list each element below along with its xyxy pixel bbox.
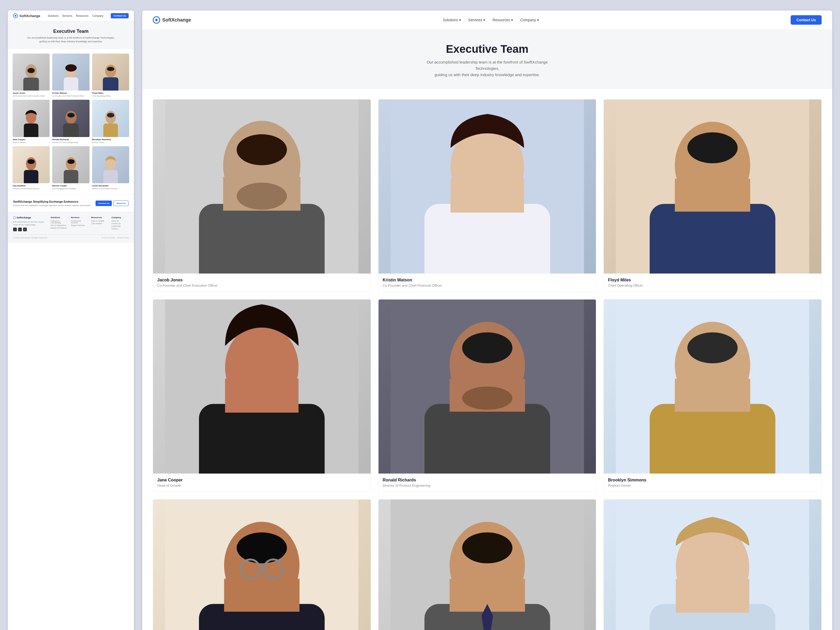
- footer-link-support[interactable]: Support Services: [71, 224, 88, 226]
- member-info-jane-right: Jane Cooper Head of Growth: [153, 474, 371, 492]
- member-title-brooklyn-left: Product Owner: [92, 141, 129, 144]
- member-info-ronald-right: Ronald Richards Director of Product Engi…: [379, 474, 596, 492]
- footer-link-professional[interactable]: Professional Services: [71, 220, 88, 224]
- logo-icon-right: [153, 16, 160, 24]
- svg-rect-28: [199, 204, 325, 273]
- member-card-guy-right[interactable]: Guy Hawkins Director of Professional Ser…: [153, 499, 371, 630]
- twitter-icon[interactable]: t: [18, 227, 22, 231]
- nav-services-right[interactable]: Services▾: [468, 18, 485, 22]
- linkedin-icon[interactable]: in: [23, 227, 27, 231]
- member-card-floyd-right[interactable]: Floyd Miles Chief Operating Officer: [603, 99, 822, 292]
- member-info-jacob-right: Jacob Jones Co-Founder and Chief Executi…: [153, 273, 371, 292]
- nav-resources-left[interactable]: Resources: [76, 14, 88, 17]
- hero-desc-right: Our accomplished leadership team is at t…: [424, 59, 550, 78]
- member-title-jane-left: Head of Growth: [13, 141, 50, 144]
- member-card-brooklyn-right[interactable]: Brooklyn Simmons Product Owner: [603, 299, 822, 492]
- member-photo-jane-left: [13, 100, 50, 137]
- member-card-bessie-right[interactable]: Bessie Cooper Client Engagement Manager: [378, 499, 597, 630]
- member-photo-jane-right: [153, 300, 371, 474]
- footer-solutions-heading: Solutions: [51, 216, 68, 219]
- member-title-guy-left: Director of Professional Services: [13, 188, 50, 190]
- facebook-icon[interactable]: f: [13, 227, 17, 231]
- member-card-ronald-right[interactable]: Ronald Richards Director of Product Engi…: [378, 299, 597, 492]
- terms-link[interactable]: Terms of Service: [101, 237, 115, 238]
- right-panel: SoftXchange Solutions▾ Services▾ Resourc…: [142, 11, 832, 630]
- svg-rect-7: [103, 77, 118, 90]
- footer-left: SoftXchange 603 Summit Avenue, 4th Floor…: [8, 212, 134, 243]
- member-card-leslie-left[interactable]: Leslie Alexander Director of Information…: [92, 146, 129, 190]
- member-card-kristin-left[interactable]: Kristin Watson Co-Founder and Chief Fina…: [52, 54, 89, 97]
- svg-rect-15: [103, 124, 118, 137]
- member-card-jane-left[interactable]: Jane Cooper Head of Growth: [13, 100, 50, 143]
- svg-point-65: [462, 532, 512, 563]
- nav-right: SoftXchange Solutions▾ Services▾ Resourc…: [142, 11, 832, 30]
- svg-point-57: [237, 532, 287, 563]
- footer-link-contact[interactable]: Contact Us: [112, 223, 129, 224]
- footer-brand: SoftXchange 603 Summit Avenue, 4th Floor…: [13, 216, 47, 231]
- member-photo-leslie-right: [604, 499, 821, 630]
- member-title-floyd-right: Chief Operating Officer: [608, 284, 817, 287]
- cta-contact-button-left[interactable]: Contact Us: [96, 201, 112, 206]
- nav-solutions-right[interactable]: Solutions▾: [443, 18, 461, 22]
- svg-rect-39: [675, 179, 750, 212]
- member-card-kristin-right[interactable]: Kristin Watson Co-Founder and Chief Fina…: [378, 99, 597, 292]
- svg-rect-54: [675, 379, 750, 412]
- member-card-brooklyn-left[interactable]: Brooklyn Simmons Product Owner: [92, 100, 129, 143]
- nav-solutions-left[interactable]: Solutions: [48, 14, 58, 17]
- nav-company-left[interactable]: Company: [92, 14, 103, 17]
- member-photo-jacob-right: [153, 99, 371, 273]
- nav-resources-right[interactable]: Resources▾: [493, 18, 513, 22]
- logo-left[interactable]: SoftXchange: [13, 13, 40, 18]
- member-name-bessie-left: Bessie Cooper: [52, 185, 89, 187]
- member-title-kristin-right: Co-Founder and Chief Financial Officer: [383, 284, 592, 287]
- svg-point-8: [107, 67, 114, 71]
- member-name-kristin-left: Kristin Watson: [52, 92, 89, 94]
- member-card-jacob-left[interactable]: Jacob Jones Co-Founder and Chief Executi…: [13, 54, 50, 97]
- footer-link-features[interactable]: Features & Functionality: [51, 220, 68, 224]
- member-card-jane-right[interactable]: Jane Cooper Head of Growth: [153, 299, 371, 492]
- member-card-ronald-left[interactable]: Ronald Richards Director of Product Engi…: [52, 100, 89, 143]
- svg-point-16: [107, 113, 114, 118]
- footer-link-news[interactable]: News & Insights: [91, 220, 108, 222]
- member-title-brooklyn-right: Product Owner: [608, 483, 817, 488]
- svg-point-52: [687, 332, 738, 363]
- member-photo-guy-left: [13, 146, 50, 183]
- member-name-jacob-left: Jacob Jones: [13, 92, 50, 94]
- member-title-bessie-left: Client Engagement Manager: [52, 188, 89, 190]
- footer-link-apis[interactable]: APIs & Integrations: [51, 224, 68, 226]
- footer-link-market[interactable]: Market Surveillance: [51, 227, 68, 229]
- member-title-ronald-right: Director of Product Engineering: [383, 483, 592, 488]
- nav-services-left[interactable]: Services: [62, 14, 72, 17]
- contact-button-left[interactable]: Contact Us: [111, 13, 129, 18]
- member-name-brooklyn-right: Brooklyn Simmons: [608, 478, 817, 483]
- contact-button-right[interactable]: Contact Us: [791, 15, 822, 25]
- hero-right: Executive Team Our accomplished leadersh…: [142, 30, 832, 89]
- svg-rect-18: [24, 170, 38, 183]
- copyright-text: © 2023 SoftXchange. All Rights Reserved.: [13, 237, 48, 238]
- member-card-guy-left[interactable]: Guy Hawkins Director of Professional Ser…: [13, 146, 50, 190]
- footer-link-cases[interactable]: Case Studies: [91, 223, 108, 224]
- social-links: f t in: [13, 227, 47, 231]
- member-card-leslie-right[interactable]: Leslie Alexander Director of Information…: [603, 499, 822, 630]
- footer-link-about[interactable]: About Us: [112, 220, 129, 222]
- svg-point-46: [462, 332, 512, 363]
- nav-company-right[interactable]: Company▾: [520, 18, 539, 22]
- svg-point-22: [67, 159, 74, 164]
- privacy-link[interactable]: Privacy Policy: [117, 237, 129, 238]
- hero-title-left: Executive Team: [13, 28, 129, 34]
- logo-right[interactable]: SoftXchange: [153, 16, 191, 24]
- footer-link-careers[interactable]: Careers: [112, 228, 129, 230]
- member-title-floyd-left: Chief Operating Officer: [92, 95, 129, 97]
- svg-point-13: [67, 113, 74, 118]
- member-name-jacob-right: Jacob Jones: [157, 278, 366, 283]
- member-card-jacob-right[interactable]: Jacob Jones Co-Founder and Chief Executi…: [153, 99, 371, 292]
- footer-address: 603 Summit Avenue, 4th Floor, Austin, Te…: [13, 221, 47, 226]
- cta-about-button-left[interactable]: About Us: [114, 201, 129, 206]
- footer-resources-col: Resources News & Insights Case Studies: [91, 216, 108, 231]
- member-photo-kristin-left: [52, 54, 89, 90]
- member-card-bessie-left[interactable]: Bessie Cooper Client Engagement Manager: [52, 146, 89, 190]
- cta-title-left: SwiftXchange Simplifying Exchange Endeav…: [13, 200, 91, 203]
- member-card-floyd-left[interactable]: Floyd Miles Chief Operating Officer: [92, 54, 129, 97]
- footer-link-leadership[interactable]: Leadership: [112, 225, 129, 227]
- svg-point-30: [237, 183, 287, 210]
